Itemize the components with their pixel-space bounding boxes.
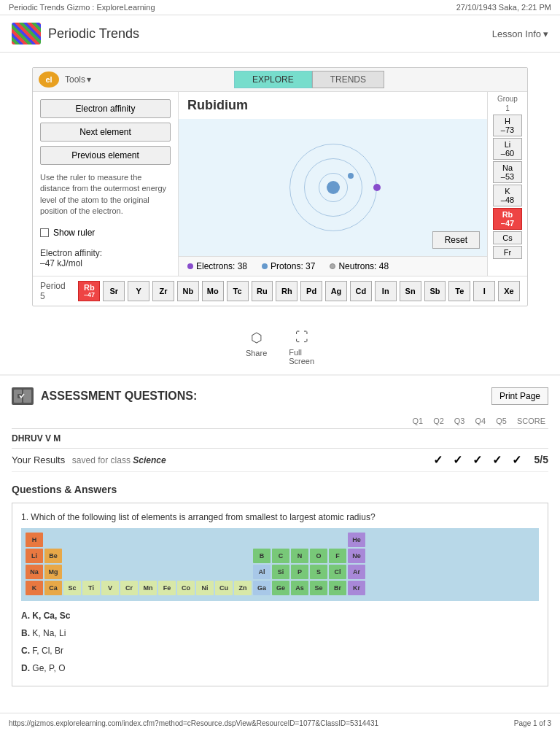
- qa-section: Questions & Answers 1. Which of the foll…: [12, 484, 548, 686]
- mini-Sc: Sc: [63, 581, 81, 595]
- group-sidebar: Group 1 H–73 Li–60 Na–53 K–48 Rb–47 Cs F…: [487, 92, 527, 276]
- mini-periodic-table: H He Li Be B: [21, 528, 539, 601]
- tab-trends[interactable]: TRENDS: [312, 71, 384, 88]
- mini-O: O: [310, 549, 327, 563]
- el-logo: el: [39, 71, 59, 88]
- period-cell-Ag[interactable]: Ag: [325, 281, 347, 301]
- next-element-button[interactable]: Next element: [40, 123, 171, 142]
- explorelearning-logo: [12, 23, 41, 44]
- period-cell-Tc[interactable]: Tc: [227, 281, 249, 301]
- neutrons-stat: Neutrons: 48: [330, 261, 389, 271]
- mini-Ni: Ni: [196, 581, 214, 595]
- group-cell-Fr[interactable]: Fr: [493, 246, 522, 259]
- period-cell-Mo[interactable]: Mo: [202, 281, 224, 301]
- mini-Li: Li: [26, 549, 43, 563]
- instruction-text: Use the ruler to measure the distance fr…: [40, 172, 171, 217]
- period-cell-Y[interactable]: Y: [128, 281, 149, 301]
- neutron-dot: [330, 263, 335, 269]
- gizmo-left-panel: Electron affinity Next element Previous …: [33, 92, 179, 276]
- mini-Cl: Cl: [329, 565, 346, 579]
- tools-button[interactable]: Tools ▾: [65, 74, 91, 85]
- q2-header: Q2: [433, 417, 444, 425]
- footer-page: Page 1 of 3: [514, 719, 551, 727]
- protons-stat: Protons: 37: [262, 261, 315, 271]
- assessment-title-area: ASSESSMENT QUESTIONS:: [12, 387, 197, 405]
- top-bar-right: 27/10/1943 Saka, 2:21 PM: [456, 3, 551, 12]
- chevron-down-icon: ▾: [543, 28, 548, 39]
- mini-Co: Co: [177, 581, 195, 595]
- period-cell-Nb[interactable]: Nb: [177, 281, 199, 301]
- show-ruler-checkbox[interactable]: [40, 228, 49, 237]
- group-cell-Li[interactable]: Li–60: [493, 138, 522, 160]
- mini-P: P: [291, 565, 308, 579]
- q1-header: Q1: [412, 417, 423, 425]
- mini-N: N: [291, 549, 308, 563]
- mini-Cr: Cr: [120, 581, 138, 595]
- print-button[interactable]: Print Page: [491, 387, 548, 405]
- period-cell-I[interactable]: I: [473, 281, 495, 301]
- period-cell-Sb[interactable]: Sb: [424, 281, 446, 301]
- answer-A: A. K, Ca, Sc: [21, 607, 539, 624]
- show-ruler-label: Show ruler: [53, 228, 95, 238]
- period-cell-Ru[interactable]: Ru: [252, 281, 273, 301]
- previous-element-button[interactable]: Previous element: [40, 146, 171, 165]
- mini-C: C: [272, 549, 289, 563]
- gizmo-right-panel: Rubidium Reset: [179, 92, 487, 276]
- gizmo-toolbar: el Tools ▾ EXPLORE TRENDS: [33, 68, 527, 92]
- gizmo-main: Electron affinity Next element Previous …: [33, 92, 527, 276]
- lesson-info-button[interactable]: Lesson Info ▾: [492, 28, 548, 39]
- period-cell-Rh[interactable]: Rh: [276, 281, 298, 301]
- share-button[interactable]: ⬡ Share: [246, 330, 267, 365]
- qa-title: Questions & Answers: [12, 484, 548, 495]
- answer-C: C. F, Cl, Br: [21, 642, 539, 659]
- atom-stats: Electrons: 38 Protons: 37 Neutrons: 48: [179, 256, 487, 276]
- fullscreen-button[interactable]: ⛶ FullScreen: [289, 330, 314, 365]
- period-cell-Te[interactable]: Te: [448, 281, 470, 301]
- check-2: ✓: [453, 453, 462, 467]
- period-cell-Sn[interactable]: Sn: [400, 281, 421, 301]
- mini-Ti: Ti: [82, 581, 100, 595]
- electrons-stat: Electrons: 38: [187, 261, 247, 271]
- mini-Ca: Ca: [44, 581, 62, 595]
- q3-header: Q3: [454, 417, 465, 425]
- group-cell-Cs[interactable]: Cs: [493, 231, 522, 244]
- mini-Kr: Kr: [348, 581, 365, 595]
- mini-Mg: Mg: [44, 565, 62, 579]
- element-name: Rubidium: [179, 92, 487, 119]
- period-cell-Xe[interactable]: Xe: [498, 281, 520, 301]
- electron-dot: [187, 263, 193, 269]
- results-label-area: Your Results saved for class Science: [12, 454, 166, 465]
- period-cell-Rb[interactable]: Rb–47: [78, 281, 100, 301]
- tab-explore[interactable]: EXPLORE: [234, 71, 312, 88]
- group-cell-K[interactable]: K–48: [493, 185, 522, 206]
- atom-electron-1: [373, 184, 381, 191]
- group-cell-Rb[interactable]: Rb–47: [493, 208, 522, 230]
- mini-Ne: Ne: [348, 549, 365, 563]
- group-cell-Na[interactable]: Na–53: [493, 161, 522, 183]
- period-cell-Pd[interactable]: Pd: [300, 281, 322, 301]
- check-3: ✓: [472, 453, 482, 467]
- proton-dot: [262, 263, 268, 269]
- period-cell-Cd[interactable]: Cd: [350, 281, 372, 301]
- period-cell-Zr[interactable]: Zr: [152, 281, 174, 301]
- group-number: 1: [505, 104, 510, 112]
- atom-electron-2: [348, 173, 354, 179]
- mini-Na: Na: [26, 565, 43, 579]
- student-name: DHRUV V M: [12, 433, 61, 444]
- period-cell-Sr[interactable]: Sr: [103, 281, 125, 301]
- period-cell-In[interactable]: In: [375, 281, 397, 301]
- group-cell-H[interactable]: H–73: [493, 115, 522, 136]
- assessment-section: ASSESSMENT QUESTIONS: Print Page Q1 Q2 Q…: [0, 374, 560, 698]
- electron-affinity-button[interactable]: Electron affinity: [40, 99, 171, 118]
- group-label: Group: [497, 95, 518, 103]
- period-row: Period 5 Rb–47 Sr Y Zr Nb Mo Tc Ru Rh Pd…: [33, 276, 527, 306]
- check-4: ✓: [492, 453, 502, 467]
- mini-Al: Al: [253, 565, 271, 579]
- question-1-text: 1. Which of the following list of elemen…: [21, 512, 539, 522]
- gizmo-container: el Tools ▾ EXPLORE TRENDS Electron affin…: [32, 67, 528, 306]
- reset-button[interactable]: Reset: [432, 231, 480, 249]
- score-header: SCORE: [517, 417, 545, 425]
- answer-D: D. Ge, P, O: [21, 659, 539, 677]
- gizmo-actions: ⬡ Share ⛶ FullScreen: [0, 321, 560, 374]
- mini-F: F: [329, 549, 346, 563]
